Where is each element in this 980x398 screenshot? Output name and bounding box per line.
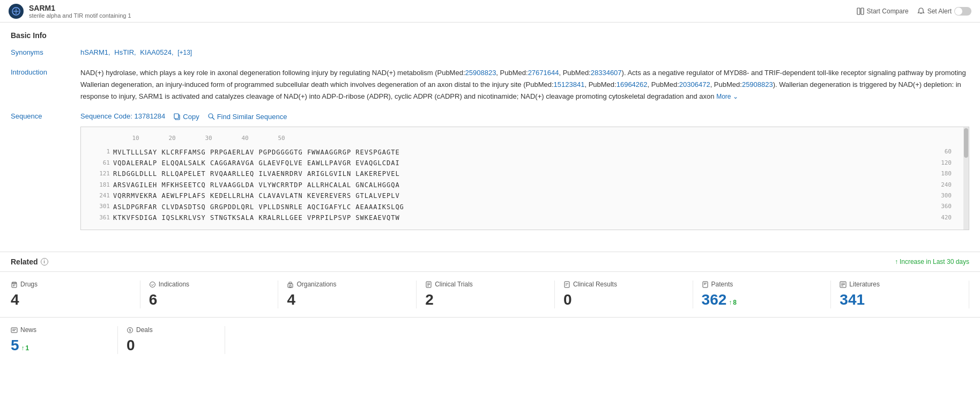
intro-text-1: NAD(+) hydrolase, which plays a key role… xyxy=(80,69,966,100)
toggle-knob xyxy=(955,8,962,15)
results-value: 0 xyxy=(563,291,684,308)
stat-literatures[interactable]: Literatures 341 xyxy=(831,281,969,308)
sequence-content: Sequence Code: 13781284 Copy Find Simila… xyxy=(80,111,969,230)
svg-rect-21 xyxy=(565,282,569,288)
copy-label: Copy xyxy=(183,113,199,121)
stat-organizations-label: Organizations xyxy=(287,281,407,288)
trial-icon xyxy=(425,281,432,288)
find-similar-label: Find Similar Sequence xyxy=(217,113,287,121)
stat-patents[interactable]: Patents 362 ↑ 8 xyxy=(693,281,831,308)
set-alert-label: Set Alert xyxy=(927,8,952,15)
lit-icon xyxy=(840,281,847,288)
set-alert-toggle[interactable] xyxy=(954,7,971,16)
stat-news[interactable]: News 5 ↑ 1 xyxy=(11,326,118,354)
sequence-code-link[interactable]: Sequence Code: 13781284 xyxy=(80,111,165,122)
related-header: Related i ↑ Increase in Last 30 days xyxy=(0,252,980,272)
stat-indications[interactable]: Indications 6 xyxy=(140,281,279,308)
seq-line-5: 241VQRRMVEKRA AEWLFPLAFS KEDELLRLHA CLAV… xyxy=(90,190,960,201)
compare-icon xyxy=(857,8,864,15)
basic-info-title: Basic Info xyxy=(11,31,969,40)
seq-line-7: 361KTKVFSDIGA IQSLKRLVSY STNGTKSALA KRAL… xyxy=(90,212,960,223)
copy-button[interactable]: Copy xyxy=(174,113,199,121)
stats-row-2: News 5 ↑ 1 $ Deals 0 xyxy=(0,318,980,363)
results-label-text: Clinical Results xyxy=(573,281,617,288)
stat-patents-label: Patents xyxy=(702,281,822,288)
news-icon xyxy=(11,327,18,334)
seq-line-3: 121RLDGGLDLLL RLLQAPELET RVQAARLLEQ ILVA… xyxy=(90,168,960,179)
indications-label-text: Indications xyxy=(159,281,189,288)
organizations-label-text: Organizations xyxy=(296,281,336,288)
pubmed-25908823b[interactable]: 25908823 xyxy=(742,80,773,89)
increase-arrow: ↑ xyxy=(895,258,898,266)
pubmed-16964262[interactable]: 16964262 xyxy=(617,80,648,89)
svg-rect-7 xyxy=(174,114,179,119)
news-number: 5 xyxy=(11,337,19,354)
patents-increase: ↑ 8 xyxy=(729,299,737,306)
pubmed-20306472[interactable]: 20306472 xyxy=(679,80,710,89)
news-label-text: News xyxy=(20,326,36,334)
header-right: Start Compare Set Alert xyxy=(857,7,971,16)
indication-icon xyxy=(149,281,156,288)
seq-line-1: 1MVLTLLLSAY KLCRFFAMSG PRPGAERLAV PGPDGG… xyxy=(90,147,960,158)
stat-drugs-label: Drugs xyxy=(11,281,131,288)
sequence-header: Sequence Code: 13781284 Copy Find Simila… xyxy=(80,111,969,122)
synonyms-more[interactable]: [+13] xyxy=(177,49,192,56)
intro-more-label[interactable]: More ⌄ xyxy=(716,93,738,100)
related-info-icon[interactable]: i xyxy=(41,258,48,266)
copy-icon xyxy=(174,113,181,120)
deals-value: 0 xyxy=(127,337,216,354)
gene-info: SARM1 sterile alpha and TIR motif contai… xyxy=(29,4,131,19)
drug-icon xyxy=(11,281,18,288)
pubmed-28334607[interactable]: 28334607 xyxy=(591,69,622,77)
stat-drugs[interactable]: Drugs 4 xyxy=(11,281,140,308)
organizations-value: 4 xyxy=(287,291,407,308)
header: SARM1 sterile alpha and TIR motif contai… xyxy=(0,0,980,23)
literatures-value: 341 xyxy=(840,291,960,308)
stat-deals[interactable]: $ Deals 0 xyxy=(118,326,225,354)
literatures-label-text: Literatures xyxy=(849,281,880,288)
stat-results-label: Clinical Results xyxy=(563,281,684,288)
org-icon xyxy=(287,281,294,288)
patents-value: 362 ↑ 8 xyxy=(702,291,822,308)
pubmed-15123841[interactable]: 15123841 xyxy=(554,80,585,89)
svg-rect-31 xyxy=(11,328,17,333)
synonyms-row: Synonyms hSARM1, HsTIR, KIAA0524, [+13] xyxy=(11,47,969,58)
introduction-label: Introduction xyxy=(11,67,80,102)
svg-rect-15 xyxy=(289,282,292,284)
patents-label-text: Patents xyxy=(711,281,733,288)
stat-organizations[interactable]: Organizations 4 xyxy=(278,281,417,308)
gene-subtitle: sterile alpha and TIR motif containing 1 xyxy=(29,12,131,19)
pubmed-27671644[interactable]: 27671644 xyxy=(528,69,559,77)
stats-row-1: Drugs 4 Indications 6 Organizations 4 Cl… xyxy=(0,272,980,318)
stat-clinical-results[interactable]: Clinical Results 0 xyxy=(555,281,693,308)
svg-text:$: $ xyxy=(129,328,131,332)
trials-label-text: Clinical Trials xyxy=(435,281,473,288)
seq-scrollbar-thumb xyxy=(964,128,968,158)
svg-point-8 xyxy=(209,114,213,118)
find-similar-button[interactable]: Find Similar Sequence xyxy=(208,113,287,121)
sequence-label: Sequence xyxy=(11,111,80,230)
stat-clinical-trials[interactable]: Clinical Trials 2 xyxy=(417,281,555,308)
synonym-hstir[interactable]: HsTIR, xyxy=(114,48,136,56)
patent-icon xyxy=(702,281,709,288)
seq-line-4: 181ARSVAGILEH MFKHSEETCQ RLVAAGGLDA VLYW… xyxy=(90,180,960,190)
start-compare-button[interactable]: Start Compare xyxy=(857,8,909,15)
svg-rect-10 xyxy=(12,283,17,288)
svg-line-9 xyxy=(212,117,214,120)
find-similar-icon xyxy=(208,113,215,120)
alert-icon xyxy=(917,8,925,15)
svg-point-13 xyxy=(150,282,155,287)
synonym-kiaa[interactable]: KIAA0524, xyxy=(140,48,173,56)
deal-icon: $ xyxy=(127,327,133,334)
sequence-ruler: 10 20 30 40 50 xyxy=(90,134,960,144)
set-alert-button[interactable]: Set Alert xyxy=(917,7,971,16)
seq-scrollbar[interactable] xyxy=(963,127,969,230)
seq-line-6: 301ASLDPGRFAR CLVDASDTSQ GRGPDDLQRL VPLL… xyxy=(90,202,960,212)
trials-value: 2 xyxy=(425,291,546,308)
synonym-hsarm1[interactable]: hSARM1, xyxy=(80,48,110,56)
sequence-row: Sequence Sequence Code: 13781284 Copy Fi… xyxy=(11,111,969,230)
pubmed-25908823[interactable]: 25908823 xyxy=(465,69,496,77)
drugs-value: 4 xyxy=(11,291,131,308)
patents-number: 362 xyxy=(702,291,727,308)
svg-rect-3 xyxy=(857,8,860,14)
